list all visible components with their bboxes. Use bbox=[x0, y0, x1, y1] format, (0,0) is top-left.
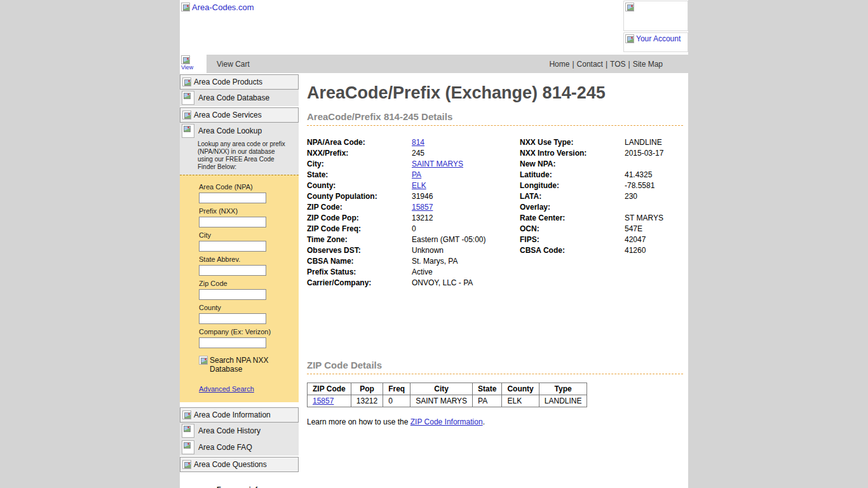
detail-label: State: bbox=[307, 170, 412, 180]
nav-link-tos[interactable]: TOS bbox=[610, 60, 625, 69]
sidebar-header-information: Area Code Information bbox=[180, 407, 299, 423]
sidebar-header-label: Area Code Questions bbox=[194, 460, 267, 469]
sidebar-item-faq[interactable]: Area Code FAQ bbox=[180, 439, 299, 456]
detail-row: CBSA Name:St. Marys, PA bbox=[307, 256, 520, 267]
detail-value[interactable]: SAINT MARYS bbox=[412, 159, 463, 170]
detail-row: County Population:31946 bbox=[307, 191, 520, 202]
detail-row: NPA/Area Code:814 bbox=[307, 137, 520, 148]
detail-row: County:ELK bbox=[307, 180, 520, 191]
header-ad-box bbox=[623, 1, 688, 31]
sidebar: Area Code Products Area Code Database Ar… bbox=[180, 73, 299, 488]
detail-value[interactable]: 15857 bbox=[412, 202, 433, 213]
history-icon bbox=[182, 424, 194, 438]
detail-label: New NPA: bbox=[520, 159, 625, 170]
zip-cell: LANDLINE bbox=[539, 395, 587, 407]
detail-value[interactable]: ELK bbox=[412, 180, 426, 191]
sidebar-header-products: Area Code Products bbox=[180, 74, 299, 90]
zip-table-head-row: ZIP CodePopFreqCityStateCountyType bbox=[308, 383, 587, 395]
learn-more: Learn more on how to use the ZIP Code In… bbox=[307, 417, 683, 426]
detail-value: -78.5581 bbox=[625, 180, 654, 191]
zip-cell: PA bbox=[473, 395, 502, 407]
detail-value: 0 bbox=[412, 224, 416, 234]
detail-value: 31946 bbox=[412, 191, 433, 202]
form-field: City bbox=[199, 231, 299, 252]
view-cart-link[interactable]: View Cart bbox=[217, 60, 250, 69]
nav-link-contact[interactable]: Contact bbox=[577, 60, 603, 69]
learn-more-period: . bbox=[483, 417, 485, 426]
broken-image-icon bbox=[625, 3, 634, 11]
sidebar-item-label: Area Code FAQ bbox=[198, 443, 252, 452]
nav-separator: | bbox=[628, 60, 630, 69]
detail-value: ST MARYS bbox=[625, 213, 663, 224]
details: NPA/Area Code:814NXX/Prefix:245City:SAIN… bbox=[307, 137, 683, 288]
detail-row: CBSA Code:41260 bbox=[520, 245, 683, 256]
advanced-search-link[interactable]: Advanced Search bbox=[199, 385, 254, 393]
form-label-zip-code: Zip Code bbox=[199, 280, 299, 287]
detail-label: Rate Center: bbox=[520, 213, 625, 224]
detail-label: ZIP Code: bbox=[307, 202, 412, 213]
detail-row: OCN:547E bbox=[520, 224, 683, 234]
nav-link-site-map[interactable]: Site Map bbox=[633, 60, 663, 69]
detail-label: County Population: bbox=[307, 191, 412, 202]
input-area-code-npa[interactable] bbox=[199, 193, 266, 203]
sidebar-header-services: Area Code Services bbox=[180, 107, 299, 123]
detail-label: CBSA Code: bbox=[520, 245, 625, 256]
broken-image-icon bbox=[625, 34, 634, 43]
zip-col-county: County bbox=[502, 383, 539, 395]
detail-row: Carrier/Company:ONVOY, LLC - PA bbox=[307, 278, 520, 288]
your-account-text: Your Account bbox=[636, 34, 681, 43]
detail-label: NXX/Prefix: bbox=[307, 148, 412, 159]
sidebar-item-database[interactable]: Area Code Database bbox=[180, 90, 299, 106]
input-state-abbrev[interactable] bbox=[199, 265, 266, 276]
form-field: Area Code (NPA) bbox=[199, 183, 299, 203]
detail-label: FIPS: bbox=[520, 234, 625, 245]
broken-image-icon bbox=[182, 410, 191, 419]
view-cart-alt-text: View bbox=[181, 64, 193, 71]
zip-info-link[interactable]: ZIP Code Information bbox=[410, 417, 483, 426]
zip-code-link[interactable]: 15857 bbox=[313, 396, 334, 405]
form-field: Company (Ex: Verizon) bbox=[199, 328, 299, 348]
detail-row: LATA:230 bbox=[520, 191, 683, 202]
lookup-icon bbox=[182, 124, 194, 138]
sidebar-item-lookup[interactable]: Area Code Lookup bbox=[180, 123, 299, 139]
detail-label: NXX Intro Version: bbox=[520, 148, 625, 159]
zip-col-zip-code: ZIP Code bbox=[308, 383, 351, 395]
detail-row: Observes DST:Unknown bbox=[307, 245, 520, 256]
input-company-ex-verizon[interactable] bbox=[199, 337, 266, 348]
detail-value[interactable]: PA bbox=[412, 170, 421, 180]
your-account-link[interactable]: Your Account bbox=[623, 32, 688, 52]
zip-cell: 0 bbox=[383, 395, 410, 407]
detail-label: ZIP Code Pop: bbox=[307, 213, 412, 224]
page: Area-Codes.com Your Account View View Ca… bbox=[180, 0, 688, 488]
detail-value[interactable]: 814 bbox=[412, 137, 424, 148]
faq-icon bbox=[182, 440, 194, 454]
zip-col-pop: Pop bbox=[351, 383, 383, 395]
view-cart-icon-button[interactable]: View bbox=[180, 55, 207, 73]
search-npa-nxx-button[interactable]: Search NPA NXX Database bbox=[199, 356, 283, 374]
form-label-prefix-nxx: Prefix (NXX) bbox=[199, 207, 299, 215]
sidebar-footer: For more info support@area-codes.com 1-8… bbox=[180, 485, 299, 488]
input-zip-code[interactable] bbox=[199, 289, 266, 300]
input-prefix-nxx[interactable] bbox=[199, 217, 266, 227]
form-field: Zip Code bbox=[199, 280, 299, 300]
input-county[interactable] bbox=[199, 313, 266, 324]
zip-cell: 13212 bbox=[351, 395, 383, 407]
broken-image-icon bbox=[182, 460, 191, 469]
detail-value: 547E bbox=[625, 224, 642, 234]
detail-row: State:PA bbox=[307, 170, 520, 180]
detail-label: NPA/Area Code: bbox=[307, 137, 412, 148]
detail-row: Time Zone:Eastern (GMT -05:00) bbox=[307, 234, 520, 245]
nav-link-home[interactable]: Home bbox=[549, 60, 569, 69]
detail-value: Active bbox=[412, 267, 433, 278]
broken-image-icon bbox=[182, 111, 191, 119]
zip-col-state: State bbox=[473, 383, 502, 395]
logo-link[interactable]: Area-Codes.com bbox=[181, 3, 254, 12]
zip-col-city: City bbox=[410, 383, 473, 395]
input-city[interactable] bbox=[199, 241, 266, 252]
more-info-label: For more info bbox=[180, 485, 299, 488]
sidebar-item-history[interactable]: Area Code History bbox=[180, 423, 299, 439]
detail-value: Unknown bbox=[412, 245, 444, 256]
search-button-label: Search NPA NXX Database bbox=[210, 356, 283, 374]
lookup-form: Area Code (NPA)Prefix (NXX)CityState Abb… bbox=[180, 175, 299, 402]
form-label-company-ex-verizon: Company (Ex: Verizon) bbox=[199, 328, 299, 336]
